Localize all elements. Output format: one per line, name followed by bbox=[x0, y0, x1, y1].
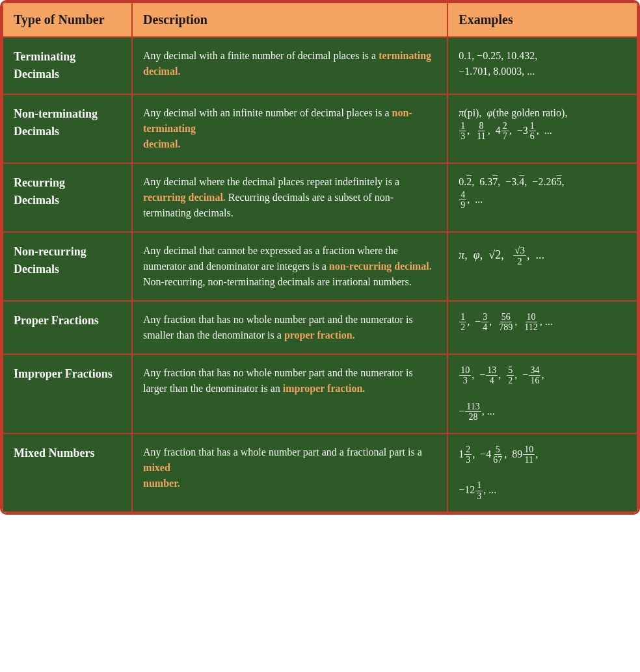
examples-terminating-decimals: 0.1, −0.25, 10.432,−1.701, 8.0003, ... bbox=[447, 37, 637, 94]
highlight-recurring: recurring decimal. bbox=[143, 192, 226, 203]
header-examples: Examples bbox=[447, 3, 637, 37]
type-terminating-decimals: TerminatingDecimals bbox=[3, 37, 132, 94]
table-row: Proper Fractions Any fraction that has n… bbox=[3, 301, 637, 354]
desc-terminating-decimals: Any decimal with a finite number of deci… bbox=[132, 37, 447, 94]
table-row: RecurringDecimals Any decimal where the … bbox=[3, 163, 637, 232]
type-improper-fractions: Improper Fractions bbox=[3, 354, 132, 433]
highlight-non-terminating: non-terminatingdecimal. bbox=[143, 107, 412, 149]
highlight-non-recurring: non-recurring decimal. bbox=[329, 261, 432, 272]
desc-non-terminating-decimals: Any decimal with an infinite number of d… bbox=[132, 94, 447, 163]
highlight-proper: proper fraction. bbox=[284, 330, 355, 341]
desc-recurring-decimals: Any decimal where the decimal places rep… bbox=[132, 163, 447, 232]
main-table-container: Type of Number Description Examples Term… bbox=[0, 0, 640, 515]
highlight-terminating: terminating decimal. bbox=[143, 50, 431, 77]
highlight-improper: improper fraction. bbox=[283, 383, 366, 394]
desc-mixed-numbers: Any fraction that has a whole number par… bbox=[132, 433, 447, 513]
type-proper-fractions: Proper Fractions bbox=[3, 301, 132, 354]
table-row: Non-terminatingDecimals Any decimal with… bbox=[3, 94, 637, 163]
desc-proper-fractions: Any fraction that has no whole number pa… bbox=[132, 301, 447, 354]
table-row: TerminatingDecimals Any decimal with a f… bbox=[3, 37, 637, 94]
header-type: Type of Number bbox=[3, 3, 132, 37]
examples-improper-fractions: 103, −134, 52, −3416, −11328, ... bbox=[447, 354, 637, 433]
desc-improper-fractions: Any fraction that has no whole number pa… bbox=[132, 354, 447, 433]
header-description: Description bbox=[132, 3, 447, 37]
examples-mixed-numbers: 123, −4567, 891011, −1213, ... bbox=[447, 433, 637, 513]
desc-non-recurring-decimals: Any decimal that cannot be expressed as … bbox=[132, 232, 447, 301]
examples-proper-fractions: 12, −34, 56789, 10112, ... bbox=[447, 301, 637, 354]
highlight-mixed: mixednumber. bbox=[143, 462, 180, 489]
table-row: Improper Fractions Any fraction that has… bbox=[3, 354, 637, 433]
table-row: Non-recurringDecimals Any decimal that c… bbox=[3, 232, 637, 301]
table-row: Mixed Numbers Any fraction that has a wh… bbox=[3, 433, 637, 513]
type-mixed-numbers: Mixed Numbers bbox=[3, 433, 132, 513]
examples-non-terminating-decimals: π(pi), φ(the golden ratio), 13, 811, 427… bbox=[447, 94, 637, 163]
examples-non-recurring-decimals: π, φ, √2, √3 2 , ... bbox=[447, 232, 637, 301]
type-recurring-decimals: RecurringDecimals bbox=[3, 163, 132, 232]
type-non-terminating-decimals: Non-terminatingDecimals bbox=[3, 94, 132, 163]
examples-recurring-decimals: 0.2, 6.37, −3.4, −2.265, 49, ... bbox=[447, 163, 637, 232]
type-non-recurring-decimals: Non-recurringDecimals bbox=[3, 232, 132, 301]
